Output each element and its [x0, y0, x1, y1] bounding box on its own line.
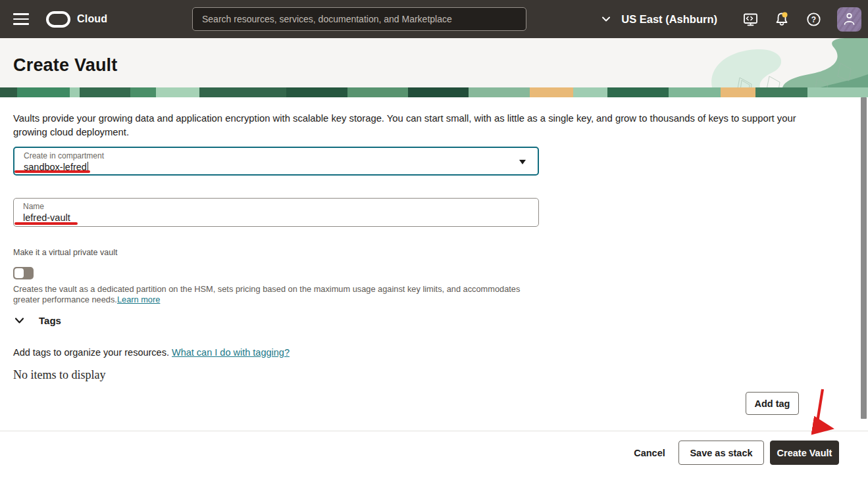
virtual-private-vault-description: Creates the vault as a dedicated partiti…: [13, 284, 533, 305]
vault-description-text: Vaults provide your growing data and app…: [13, 112, 829, 139]
tags-intro-span: Add tags to organize your resources.: [13, 347, 172, 358]
tags-chevron-down-icon: [13, 314, 26, 327]
learn-more-link[interactable]: Learn more: [117, 295, 160, 304]
topbar-right-cluster: US East (Ashburn): [600, 0, 868, 38]
annotation-underline-name: [14, 222, 78, 225]
oracle-logo-icon: [46, 11, 70, 28]
create-vault-button[interactable]: Create Vault: [770, 441, 839, 465]
compartment-select[interactable]: Create in compartment sandbox-lefred: [13, 147, 539, 176]
footer-action-bar: Cancel Save as stack Create Vault: [0, 431, 868, 478]
compartment-label: Create in compartment: [24, 151, 528, 161]
name-label: Name: [23, 202, 529, 212]
user-avatar[interactable]: [837, 7, 861, 32]
oracle-cloud-brand[interactable]: Cloud: [46, 11, 107, 28]
cancel-button[interactable]: Cancel: [630, 441, 669, 465]
vault-name-field[interactable]: Name lefred-vault: [13, 198, 539, 227]
region-selector[interactable]: US East (Ashburn): [621, 13, 717, 26]
tagging-help-link[interactable]: What can I do with tagging?: [172, 347, 290, 358]
top-navbar: Cloud US East (Ashburn): [0, 0, 868, 38]
create-vault-screen: Cloud US East (Ashburn): [0, 0, 868, 478]
add-tag-button[interactable]: Add tag: [746, 392, 799, 415]
svg-text:?: ?: [811, 14, 815, 24]
help-icon[interactable]: ?: [805, 11, 821, 27]
page-title: Create Vault: [13, 55, 117, 76]
banner-strip-decoration: [0, 87, 868, 97]
tags-section-toggle[interactable]: Tags: [13, 314, 61, 327]
vpv-description-text: Creates the vault as a dedicated partiti…: [13, 284, 520, 304]
toggle-knob: [14, 268, 24, 278]
virtual-private-vault-label: Make it a virtual private vault: [13, 248, 117, 257]
region-chevron-down-icon[interactable]: [600, 13, 612, 25]
notifications-bell-icon[interactable]: [774, 11, 790, 27]
vertical-scrollbar-thumb[interactable]: [861, 97, 867, 419]
create-vault-form: Vaults provide your growing data and app…: [0, 97, 860, 431]
global-search-input[interactable]: [192, 7, 526, 31]
hamburger-menu-icon[interactable]: [13, 13, 29, 25]
save-as-stack-button[interactable]: Save as stack: [678, 441, 764, 465]
annotation-underline-compartment: [14, 170, 90, 173]
cloud-shell-icon[interactable]: [742, 11, 758, 27]
tags-empty-message: No items to display: [13, 368, 106, 382]
tags-intro-text: Add tags to organize your resources. Wha…: [13, 347, 290, 358]
page-banner: Create Vault: [0, 38, 868, 97]
virtual-private-vault-toggle[interactable]: [13, 267, 34, 279]
tags-heading: Tags: [39, 315, 61, 326]
dropdown-caret-icon[interactable]: [519, 160, 526, 164]
brand-name: Cloud: [77, 13, 107, 25]
